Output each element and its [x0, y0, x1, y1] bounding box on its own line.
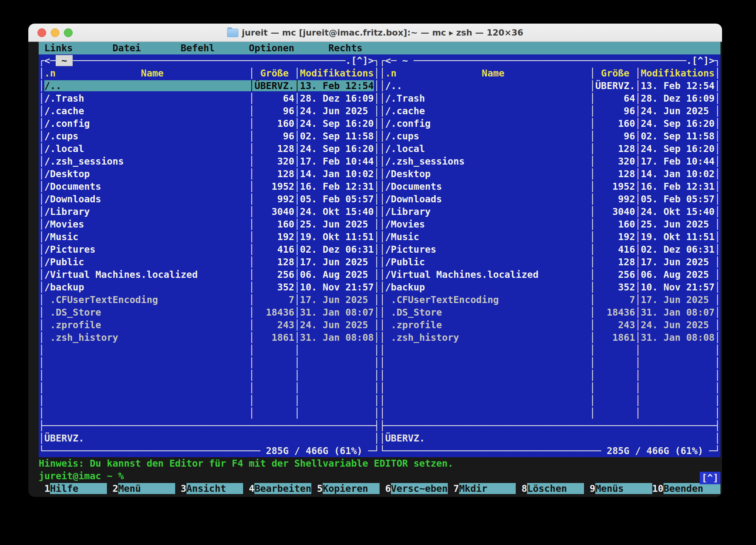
file-name[interactable]: /Public — [385, 256, 590, 267]
file-name[interactable]: /.cups — [385, 131, 590, 142]
panel-row-4[interactable]: │/.cache │ 96│24. Jun 2025 ││/.cache │ 9… — [39, 105, 720, 117]
panel-row-22[interactable]: │ .zsh_history │ 1861│31. Jan 08:08││ .z… — [39, 331, 720, 344]
file-name[interactable]: .zprofile — [385, 320, 590, 331]
panel-row-16[interactable]: │/Public │ 128│17. Jun 2025 ││/Public │ … — [39, 256, 720, 268]
panel-row-21[interactable]: │ .zprofile │ 243│24. Jun 2025 ││ .zprof… — [39, 319, 720, 331]
file-name[interactable]: /.cups — [44, 131, 249, 142]
file-name[interactable]: /Library — [385, 206, 590, 217]
panel-row-8[interactable]: │/.zsh_sessions │ 320│17. Feb 10:44││/.z… — [39, 155, 720, 168]
panel-row-14[interactable]: │/Music │ 192│19. Okt 11:51││/Music │ 19… — [39, 231, 720, 243]
panel-row-15[interactable]: │/Pictures │ 416│02. Dez 06:31││/Picture… — [39, 243, 720, 256]
shell-prompt[interactable]: jureit@imac ~ %[^] — [39, 470, 720, 482]
left-header-size[interactable]: Größe — [254, 68, 294, 79]
file-name[interactable]: /Downloads — [44, 193, 249, 204]
panel-row-6[interactable]: │/.cups │ 96│02. Sep 11:58││/.cups │ 96│… — [39, 130, 720, 142]
file-name[interactable]: .DS_Store — [44, 307, 249, 318]
right-header-date[interactable]: Modifikations — [641, 68, 715, 79]
right-header-name[interactable]: .n Name — [385, 68, 590, 79]
fkey-6-versc~eben[interactable]: 6Versc~eben — [380, 483, 448, 494]
file-name[interactable]: /Movies — [385, 219, 590, 230]
menu-item-links[interactable]: Links — [44, 42, 73, 53]
file-name[interactable]: /.config — [44, 118, 249, 129]
menu-item-rechts[interactable]: Rechts — [328, 42, 362, 53]
file-name[interactable]: /.Trash — [385, 93, 590, 104]
file-name[interactable]: /backup — [385, 282, 590, 293]
fkey-4-bearbeiten[interactable]: 4Bearbeiten — [243, 483, 311, 494]
file-name[interactable]: .CFUserTextEncoding — [44, 294, 249, 305]
panel-row-9[interactable]: │/Desktop │ 128│14. Jan 10:02││/Desktop … — [39, 168, 720, 180]
file-row-selected[interactable]: /.. │ÜBERVZ.│13. Feb 12:54 — [44, 80, 374, 91]
file-name[interactable]: /Movies — [44, 219, 249, 230]
file-name[interactable]: /Pictures — [44, 244, 249, 255]
left-header-name[interactable]: .n Name — [44, 68, 249, 79]
file-name[interactable]: /.cache — [44, 105, 249, 116]
panel-row-2[interactable]: │/.. │ÜBERVZ.│13. Feb 12:54││/.. │ÜBERVZ… — [39, 80, 720, 92]
panel-row-27[interactable]: │ │ │ ││ │ │ │ — [39, 394, 720, 407]
file-name[interactable]: /.. — [385, 80, 590, 91]
panel-row-28[interactable]: │ │ │ ││ │ │ │ — [39, 407, 720, 420]
file-name[interactable]: /Public — [44, 256, 249, 267]
fkey-1-hilfe[interactable]: 1Hilfe — [39, 483, 107, 494]
file-name[interactable]: /.local — [44, 143, 249, 154]
file-name[interactable]: /Music — [385, 231, 590, 242]
file-name[interactable]: /Desktop — [44, 168, 249, 179]
right-panel-history-back[interactable]: ┌<─ — [380, 55, 397, 66]
menu-item-optionen[interactable]: Optionen — [249, 42, 294, 53]
file-name[interactable]: /.cache — [385, 105, 590, 116]
file-name[interactable]: /.zsh_sessions — [385, 156, 590, 167]
minimize-button[interactable] — [51, 28, 59, 37]
panel-row-13[interactable]: │/Movies │ 160│25. Jun 2025 ││/Movies │ … — [39, 218, 720, 231]
panel-row-20[interactable]: │ .DS_Store │ 18436│31. Jan 08:07││ .DS_… — [39, 306, 720, 319]
file-name[interactable]: .DS_Store — [385, 307, 590, 318]
panel-row-10[interactable]: │/Documents │ 1952│16. Feb 12:31││/Docum… — [39, 180, 720, 193]
panel-row-5[interactable]: │/.config │ 160│24. Sep 16:20││/.config … — [39, 117, 720, 130]
fkey-5-kopieren[interactable]: 5Kopieren — [311, 483, 380, 494]
panel-row-17[interactable]: │/Virtual Machines.localized │ 256│06. A… — [39, 268, 720, 281]
close-button[interactable] — [37, 28, 46, 37]
fkey-8-löschen[interactable]: 8Löschen — [516, 483, 584, 494]
left-panel-path[interactable]: ~ — [56, 55, 73, 66]
file-name[interactable]: /Documents — [385, 181, 590, 192]
menu-item-befehl[interactable]: Befehl — [181, 42, 215, 53]
panel-row-26[interactable]: │ │ │ ││ │ │ │ — [39, 382, 720, 394]
left-panel-top-controls[interactable]: ────────────────────────────────────────… — [73, 55, 379, 66]
file-name[interactable]: /Virtual Machines.localized — [385, 269, 590, 280]
zoom-button[interactable] — [64, 28, 73, 37]
file-name[interactable]: /Desktop — [385, 168, 590, 179]
panel-row-25[interactable]: │ │ │ ││ │ │ │ — [39, 369, 720, 382]
panel-row-23[interactable]: │ │ │ ││ │ │ │ — [39, 344, 720, 357]
file-name[interactable]: /Virtual Machines.localized — [44, 269, 249, 280]
panel-row-11[interactable]: │/Downloads │ 992│05. Feb 05:57││/Downlo… — [39, 193, 720, 205]
file-name[interactable]: /Library — [44, 206, 249, 217]
file-name[interactable]: /Pictures — [385, 244, 590, 255]
fkey-2-menü[interactable]: 2Menü — [107, 483, 175, 494]
left-header-date[interactable]: Modifikations — [300, 68, 374, 79]
file-name[interactable]: /.local — [385, 143, 590, 154]
file-name[interactable]: /Music — [44, 231, 249, 242]
file-name[interactable]: .CFUserTextEncoding — [385, 294, 590, 305]
left-panel-history-back[interactable]: ┌<─ — [39, 55, 56, 66]
file-name[interactable]: .zsh_history — [44, 332, 249, 343]
file-name[interactable]: /.zsh_sessions — [44, 156, 249, 167]
right-panel-top-controls[interactable]: ────────────────────────────────────────… — [414, 55, 720, 66]
file-name[interactable]: /Documents — [44, 181, 249, 192]
panel-row-18[interactable]: │/backup │ 352│10. Nov 21:57││/backup │ … — [39, 281, 720, 294]
right-header-size[interactable]: Größe — [595, 68, 635, 79]
titlebar[interactable]: jureit — mc [jureit@imac.fritz.box]:~ — … — [28, 24, 722, 42]
panel-row-19[interactable]: │ .CFUserTextEncoding │ 7│17. Jun 2025 │… — [39, 294, 720, 306]
file-name[interactable]: /Downloads — [385, 193, 590, 204]
file-name[interactable]: .zprofile — [44, 320, 249, 331]
fkey-3-ansicht[interactable]: 3Ansicht — [175, 483, 243, 494]
panel-row-7[interactable]: │/.local │ 128│24. Sep 16:20││/.local │ … — [39, 142, 720, 155]
menu-item-datei[interactable]: Datei — [113, 42, 141, 53]
panel-row-3[interactable]: │/.Trash │ 64│28. Dez 16:09││/.Trash │ 6… — [39, 92, 720, 105]
file-name[interactable]: .zsh_history — [385, 332, 590, 343]
fkey-7-mkdir[interactable]: 7Mkdir — [448, 483, 516, 494]
panel-row-12[interactable]: │/Library │ 3040│24. Okt 15:40││/Library… — [39, 205, 720, 218]
right-panel-path[interactable]: ~ — [397, 55, 414, 66]
file-name[interactable]: /.Trash — [44, 93, 249, 104]
panel-row-24[interactable]: │ │ │ ││ │ │ │ — [39, 357, 720, 369]
file-name[interactable]: /.config — [385, 118, 590, 129]
scroll-indicator[interactable]: [^] — [700, 472, 720, 484]
file-name[interactable]: /backup — [44, 282, 249, 293]
